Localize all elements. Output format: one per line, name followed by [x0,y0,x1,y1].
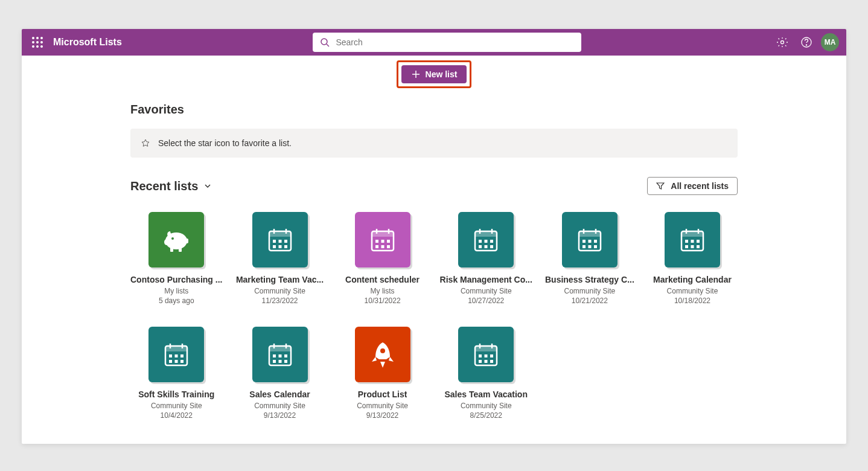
svg-rect-77 [273,354,276,357]
app-window: Microsoft Lists MA New list [22,29,846,444]
svg-rect-17 [273,240,276,243]
svg-rect-40 [479,245,482,248]
svg-line-1 [327,44,329,46]
svg-rect-71 [175,360,178,363]
list-card[interactable]: Risk Management Co...Community Site10/27… [440,212,532,305]
content: New list Favorites Select the star icon … [22,56,846,444]
list-location: Community Site [667,287,718,295]
svg-point-8 [171,237,174,240]
filter-button[interactable]: All recent lists [647,177,738,195]
list-location: Community Site [564,287,616,295]
svg-rect-82 [284,360,287,363]
svg-rect-78 [278,354,281,357]
svg-rect-49 [594,240,597,243]
new-list-highlight: New list [397,60,472,88]
search-wrap [122,33,773,52]
filter-icon [656,182,665,190]
list-card[interactable]: Business Strategy C...Community Site10/2… [544,212,635,305]
list-card[interactable]: Sales Team VacationCommunity Site8/25/20… [440,327,532,420]
app-title: Microsoft Lists [53,37,122,48]
svg-rect-60 [685,245,688,248]
list-title: Soft Skills Training [138,389,214,399]
svg-rect-28 [381,240,384,243]
list-title: Sales Calendar [249,389,310,399]
svg-rect-88 [479,354,482,357]
list-title: Contoso Purchasing ... [130,275,222,284]
svg-rect-52 [594,245,597,248]
list-card[interactable]: Sales CalendarCommunity Site9/13/2022 [234,327,325,420]
search-box[interactable] [313,33,581,52]
svg-rect-11 [179,247,182,252]
list-date: 9/13/2022 [366,411,398,420]
svg-rect-93 [490,360,493,363]
settings-button[interactable] [773,33,792,52]
svg-rect-39 [490,240,493,243]
list-date: 10/27/2022 [468,296,504,305]
list-title: Risk Management Co... [440,275,532,284]
calendar-icon [355,212,410,268]
svg-point-2 [781,41,784,44]
list-date: 5 days ago [159,296,194,305]
list-title: Marketing Calendar [653,275,732,284]
search-input[interactable] [336,37,574,47]
list-card[interactable]: Product ListCommunity Site9/13/2022 [337,327,428,420]
list-card[interactable]: Content schedulerMy lists10/31/2022 [337,212,428,305]
svg-rect-59 [697,240,700,243]
list-location: Community Site [357,402,408,410]
svg-rect-38 [485,240,488,243]
svg-rect-89 [485,354,488,357]
list-card[interactable]: Marketing CalendarCommunity Site10/18/20… [647,212,738,305]
svg-rect-32 [387,245,390,248]
svg-rect-42 [490,245,493,248]
svg-rect-9 [185,239,188,243]
favorites-heading: Favorites [130,103,738,117]
svg-rect-72 [180,360,183,363]
rocket-icon [355,327,410,382]
app-launcher-button[interactable] [24,29,51,56]
svg-rect-61 [691,245,694,248]
svg-rect-18 [278,240,281,243]
list-location: Community Site [461,402,512,410]
svg-rect-22 [284,245,287,248]
svg-rect-70 [169,360,172,363]
new-list-button[interactable]: New list [401,65,467,83]
list-location: Community Site [254,402,305,410]
svg-point-83 [380,348,385,353]
list-date: 8/25/2022 [470,411,502,420]
svg-rect-57 [685,240,688,243]
calendar-icon [148,327,204,382]
svg-rect-47 [582,240,586,243]
svg-rect-67 [169,354,172,357]
avatar[interactable]: MA [821,33,839,51]
list-card[interactable]: Contoso Purchasing ...My lists5 days ago [130,212,222,305]
svg-rect-79 [284,354,287,357]
star-outline-icon [141,139,150,147]
svg-rect-64 [165,346,187,351]
list-card[interactable]: Marketing Team Vac...Community Site11/23… [234,212,325,305]
svg-rect-85 [475,346,497,351]
plus-icon [411,69,421,79]
svg-rect-20 [273,245,276,248]
list-title: Product List [358,389,407,399]
main-area: Favorites Select the star icon to favori… [22,103,846,444]
list-location: My lists [371,287,395,295]
list-card[interactable]: Soft Skills TrainingCommunity Site10/4/2… [130,327,222,420]
list-date: 10/18/2022 [674,296,710,305]
filter-label: All recent lists [671,181,729,191]
svg-rect-14 [269,231,291,237]
svg-rect-37 [479,240,482,243]
header-right: MA [773,33,844,52]
list-location: My lists [164,287,188,295]
svg-point-0 [321,39,327,45]
svg-rect-24 [372,231,394,237]
list-title: Marketing Team Vac... [236,275,324,284]
recent-title-dropdown[interactable]: Recent lists [130,179,211,193]
gear-icon [776,36,788,48]
list-location: Community Site [151,402,202,410]
svg-rect-44 [579,231,601,237]
svg-rect-81 [278,360,281,363]
list-date: 10/21/2022 [572,296,608,305]
help-button[interactable] [797,33,816,52]
chevron-down-icon [204,182,211,190]
calendar-icon [665,212,720,268]
